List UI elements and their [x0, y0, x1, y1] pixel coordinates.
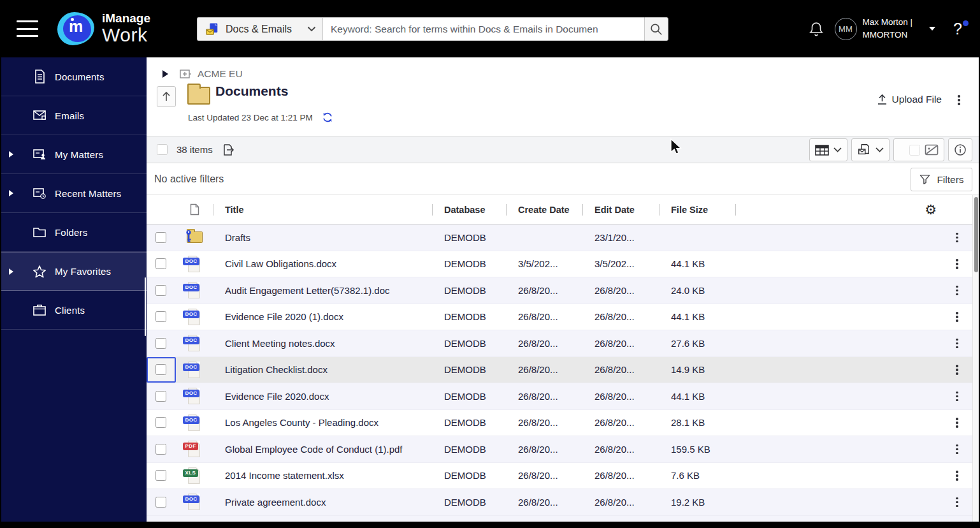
preview-pane-icon[interactable]	[925, 144, 939, 156]
user-menu[interactable]: Max Morton | MMORTON	[863, 16, 913, 41]
documents-icon	[32, 69, 47, 84]
docs-and-emails-icon	[205, 22, 219, 36]
row-actions-kebab[interactable]	[951, 363, 963, 377]
file-type-column-header[interactable]	[176, 195, 213, 224]
cell-title[interactable]: Global Employee Code of Conduct (1).pdf	[213, 444, 432, 455]
sidebar-scrollbar-thumb[interactable]	[145, 277, 146, 336]
row-actions-kebab[interactable]	[951, 283, 963, 297]
table-row[interactable]: DOC	[147, 383, 972, 410]
cell-title[interactable]: Civil Law Obligations.docx	[213, 258, 432, 269]
hamburger-menu-icon[interactable]	[17, 20, 38, 37]
cell-title[interactable]: Audit Engagement Letter(57382.1).doc	[213, 285, 432, 296]
navigate-up-button[interactable]	[157, 86, 176, 107]
sidebar-item-my-favorites[interactable]: My Favorites	[1, 252, 147, 291]
cell-file-size: 7.6 KB	[659, 470, 735, 481]
cell-title[interactable]: Private agreement.docx	[213, 497, 432, 508]
row-actions-kebab[interactable]	[951, 416, 963, 430]
expand-arrow-icon[interactable]	[9, 268, 13, 275]
table-row[interactable]: Drafts DEMODB 23/1/20...	[147, 224, 972, 251]
page-actions-kebab[interactable]	[953, 93, 965, 107]
export-list-icon[interactable]	[222, 143, 234, 156]
row-checkbox[interactable]	[155, 338, 166, 349]
row-checkbox[interactable]	[155, 391, 166, 402]
row-checkbox[interactable]	[155, 417, 166, 428]
row-actions-kebab[interactable]	[951, 257, 963, 271]
cell-title[interactable]: Los Angeles County - Pleading.docx	[213, 417, 432, 428]
row-actions-kebab[interactable]	[951, 389, 963, 403]
arrow-up-icon	[162, 91, 171, 102]
search-scope-dropdown[interactable]: Docs & Emails	[197, 17, 322, 41]
column-header-title[interactable]: Title	[213, 195, 432, 224]
row-checkbox[interactable]	[155, 285, 166, 296]
table-row[interactable]: DOC	[147, 251, 972, 278]
row-actions-kebab[interactable]	[951, 495, 963, 509]
row-actions-kebab[interactable]	[951, 310, 963, 324]
sidebar-item-emails[interactable]: Emails	[1, 96, 147, 135]
help-button[interactable]: ?	[953, 20, 969, 38]
table-row[interactable]: DOC	[147, 330, 972, 357]
sidebar-item-folders[interactable]: Folders	[1, 213, 147, 252]
user-avatar[interactable]: MM	[835, 18, 857, 40]
cell-title[interactable]: 2014 Income statement.xlsx	[213, 470, 432, 481]
page-title: Documents	[215, 84, 288, 99]
table-scrollbar[interactable]	[972, 195, 979, 522]
file-type-icon: DOC	[185, 413, 204, 432]
bulk-select-checkbox[interactable]	[909, 145, 920, 156]
table-view-button[interactable]	[809, 138, 847, 161]
column-header-file-size[interactable]: File Size	[659, 195, 735, 224]
row-checkbox[interactable]	[155, 311, 166, 322]
user-menu-caret-icon[interactable]	[929, 27, 935, 31]
table-row[interactable]: DOC	[147, 357, 972, 384]
sidebar-item-my-matters[interactable]: My Matters	[1, 135, 147, 174]
sidebar-item-documents[interactable]: Documents	[1, 57, 147, 96]
breadcrumb[interactable]: ACME EU	[162, 68, 243, 80]
select-all-checkbox[interactable]	[157, 144, 168, 155]
expand-arrow-icon[interactable]	[9, 190, 13, 196]
row-actions-kebab[interactable]	[951, 336, 963, 350]
info-button[interactable]	[948, 138, 972, 161]
column-header-edit-date[interactable]: Edit Date	[582, 195, 659, 224]
column-header-database[interactable]: Database	[432, 195, 506, 224]
cell-database: DEMODB	[432, 417, 506, 428]
cell-title[interactable]: Drafts	[213, 232, 432, 243]
partially-visible-row	[147, 516, 979, 522]
table-row[interactable]: DOC	[147, 277, 972, 304]
clients-icon	[32, 302, 47, 318]
row-checkbox[interactable]	[155, 444, 166, 455]
search-input[interactable]	[322, 17, 644, 41]
filters-button[interactable]: Filters	[911, 168, 972, 191]
main-content: ACME EU Documents Last Updated 23 Dec at…	[147, 57, 979, 522]
table-row[interactable]: DOC	[147, 304, 972, 331]
row-checkbox[interactable]	[155, 497, 166, 508]
sidebar-item-recent-matters[interactable]: Recent Matters	[1, 174, 147, 213]
table-row[interactable]: PDF	[147, 436, 972, 463]
row-actions-kebab[interactable]	[951, 442, 963, 456]
cell-title[interactable]: Evidence File 2020 (1).docx	[213, 311, 432, 322]
table-row[interactable]: DOC	[147, 489, 972, 516]
table-row[interactable]: XLS	[147, 463, 972, 490]
cell-database: DEMODB	[432, 444, 506, 455]
table-row[interactable]: DOC	[147, 410, 972, 437]
search-button[interactable]	[644, 17, 668, 41]
expand-arrow-icon[interactable]	[9, 151, 13, 158]
cell-title[interactable]: Client Meeting notes.docx	[213, 338, 432, 349]
row-checkbox[interactable]	[155, 232, 166, 243]
cell-title[interactable]: Litigation Checklist.docx	[213, 364, 432, 375]
my-matters-icon	[32, 147, 47, 162]
file-type-icon: DOC	[185, 334, 204, 353]
row-checkbox[interactable]	[155, 470, 166, 481]
row-actions-kebab[interactable]	[951, 469, 963, 483]
breadcrumb-expand-icon[interactable]	[162, 70, 168, 78]
docs-emails-view-button[interactable]	[851, 138, 890, 161]
refresh-icon[interactable]	[322, 112, 333, 123]
cell-title[interactable]: Evidence File 2020.docx	[213, 391, 432, 402]
table-scrollbar-thumb[interactable]	[974, 197, 978, 272]
row-checkbox[interactable]	[155, 364, 166, 375]
column-header-create-date[interactable]: Create Date	[506, 195, 582, 224]
row-actions-kebab[interactable]	[951, 230, 963, 244]
sidebar-item-clients[interactable]: Clients	[1, 291, 147, 330]
upload-file-button[interactable]: Upload File	[877, 93, 942, 105]
column-settings-gear-icon[interactable]: ⚙	[925, 195, 937, 224]
notifications-bell-icon[interactable]	[808, 20, 825, 38]
row-checkbox[interactable]	[155, 258, 166, 269]
